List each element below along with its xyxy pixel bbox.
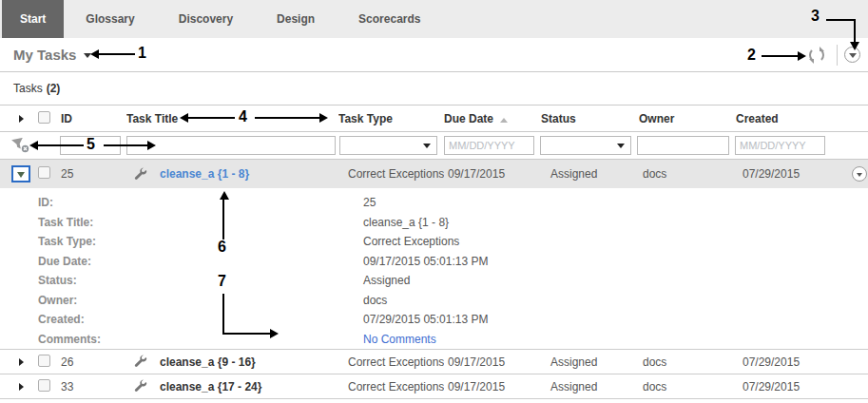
filter-created-input[interactable] xyxy=(735,136,825,155)
cell-task-type: Correct Exceptions xyxy=(338,380,444,393)
page-title: My Tasks xyxy=(13,47,76,63)
wrench-icon xyxy=(133,379,147,393)
task-title-link[interactable]: cleanse_a {1 - 8} xyxy=(160,167,249,181)
detail-label: Task Type: xyxy=(38,232,363,252)
detail-label: Status: xyxy=(38,271,363,291)
cell-status: Assigned xyxy=(541,380,639,393)
filter-status-select[interactable] xyxy=(540,136,631,155)
cell-due-date: 09/17/2015 xyxy=(444,380,541,393)
main-tabbar: Start Glossary Discovery Design Scorecar… xyxy=(0,0,868,38)
filter-owner-input[interactable] xyxy=(637,136,729,155)
expand-row-icon[interactable] xyxy=(19,358,24,366)
task-title-text[interactable]: cleanse_a {9 - 16} xyxy=(160,355,256,369)
cell-created: 07/29/2015 xyxy=(736,355,842,369)
select-all-checkbox[interactable] xyxy=(38,111,50,124)
table-row[interactable]: 25 cleanse_a {1 - 8} Correct Exceptions … xyxy=(0,160,868,188)
cell-due-date: 09/17/2015 xyxy=(444,167,541,181)
detail-value: 25 xyxy=(363,193,376,213)
toolbar-actions xyxy=(809,45,860,66)
expand-all-icon[interactable] xyxy=(19,115,24,123)
my-tasks-dropdown[interactable]: My Tasks xyxy=(13,47,91,63)
column-header-owner[interactable]: Owner xyxy=(639,112,736,125)
table-row[interactable]: 26 cleanse_a {9 - 16} Correct Exceptions… xyxy=(0,350,868,374)
collapse-row-icon[interactable] xyxy=(11,165,30,182)
tasks-label: Tasks xyxy=(13,82,43,95)
sort-ascending-icon xyxy=(500,118,508,123)
filter-id-input[interactable] xyxy=(60,136,121,155)
cell-owner: docs xyxy=(639,355,736,369)
column-header-created[interactable]: Created xyxy=(736,112,842,125)
task-detail-panel: ID:25 Task Title:cleanse_a {1 - 8} Task … xyxy=(0,188,868,350)
cell-created: 07/29/2015 xyxy=(736,380,842,393)
cell-created: 07/29/2015 xyxy=(736,167,842,181)
task-manager-window: Start Glossary Discovery Design Scorecar… xyxy=(0,0,868,403)
row-checkbox[interactable] xyxy=(38,355,50,367)
filter-row xyxy=(0,132,868,160)
row-checkbox[interactable] xyxy=(38,166,50,179)
expand-row-icon[interactable] xyxy=(19,383,24,391)
detail-label: Comments: xyxy=(38,330,363,350)
detail-label: Owner: xyxy=(38,291,363,311)
column-header-status[interactable]: Status xyxy=(541,112,639,125)
detail-label: ID: xyxy=(38,193,363,213)
tasks-count-label: Tasks (2) xyxy=(0,72,868,105)
toolbar-divider xyxy=(837,45,838,66)
detail-label: Due Date: xyxy=(38,252,363,272)
table-row[interactable]: 33 cleanse_a {17 - 24} Correct Exception… xyxy=(0,374,868,399)
wrench-icon xyxy=(133,355,147,369)
row-actions-icon[interactable] xyxy=(852,166,867,182)
row-checkbox[interactable] xyxy=(38,379,50,392)
tab-scorecards[interactable]: Scorecards xyxy=(337,0,442,38)
task-title-text[interactable]: cleanse_a {17 - 24} xyxy=(160,380,261,393)
column-header-id[interactable]: ID xyxy=(61,112,126,125)
column-header-due-label: Due Date xyxy=(444,112,493,125)
chevron-down-icon xyxy=(849,53,857,58)
no-comments-link[interactable]: No Comments xyxy=(363,333,436,346)
table-header-row: ID Task Title Task Type Due Date Status … xyxy=(0,105,868,132)
detail-value: 09/17/2015 05:01:13 PM xyxy=(363,252,488,272)
filter-type-select[interactable] xyxy=(339,136,437,155)
cell-owner: docs xyxy=(639,380,736,393)
tasks-count: (2) xyxy=(47,82,61,95)
detail-label: Task Title: xyxy=(38,213,363,233)
tab-start[interactable]: Start xyxy=(2,0,64,38)
cell-id: 25 xyxy=(61,167,126,181)
filter-due-date-input[interactable] xyxy=(444,136,534,155)
detail-value: 07/29/2015 05:01:13 PM xyxy=(363,310,488,330)
actions-menu-icon[interactable] xyxy=(844,47,860,63)
filter-title-input[interactable] xyxy=(126,136,336,155)
column-header-title[interactable]: Task Title xyxy=(126,112,338,125)
detail-value: Assigned xyxy=(363,271,410,291)
cell-status: Assigned xyxy=(541,167,639,181)
column-header-type[interactable]: Task Type xyxy=(338,112,444,125)
chevron-down-icon xyxy=(857,173,862,177)
cell-owner: docs xyxy=(639,167,736,181)
chevron-down-icon xyxy=(17,172,25,178)
cell-status: Assigned xyxy=(541,355,639,369)
detail-value: Correct Exceptions xyxy=(363,232,459,252)
tab-glossary[interactable]: Glossary xyxy=(64,0,156,38)
tab-design[interactable]: Design xyxy=(255,0,337,38)
tab-discovery[interactable]: Discovery xyxy=(157,0,255,38)
cell-task-type: Correct Exceptions xyxy=(338,355,444,369)
detail-label: Created: xyxy=(38,310,363,330)
refresh-icon[interactable] xyxy=(809,48,824,63)
cell-id: 26 xyxy=(61,355,126,369)
column-header-due[interactable]: Due Date xyxy=(444,112,541,125)
chevron-down-icon xyxy=(84,53,91,58)
chevron-down-icon xyxy=(423,144,431,148)
cell-id: 33 xyxy=(61,380,126,393)
wrench-icon xyxy=(133,167,147,182)
detail-value: docs xyxy=(363,291,387,311)
cell-due-date: 09/17/2015 xyxy=(444,355,541,369)
detail-value: cleanse_a {1 - 8} xyxy=(363,213,449,233)
chevron-down-icon xyxy=(617,144,625,148)
clear-filter-icon[interactable] xyxy=(11,138,29,153)
toolbar: My Tasks xyxy=(0,38,868,72)
cell-task-type: Correct Exceptions xyxy=(338,167,444,181)
